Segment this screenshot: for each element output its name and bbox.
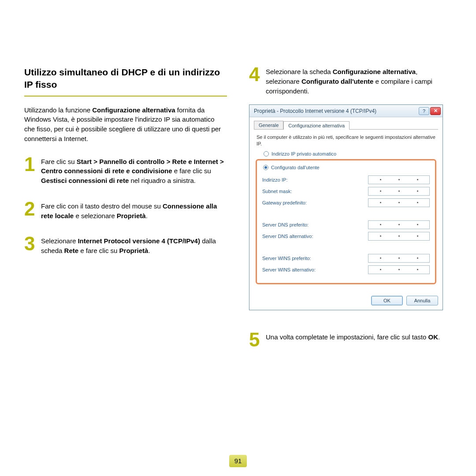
field-label: Subnet mask: <box>262 189 292 194</box>
text-bold: Proprietà <box>119 247 149 254</box>
field-gateway: Gateway predefinito: <box>262 198 430 207</box>
step-text: Selezionare Internet Protocol versione 4… <box>41 235 227 256</box>
field-ip: Indirizzo IP: <box>262 175 430 184</box>
cancel-button[interactable]: Annulla <box>406 296 438 305</box>
dialog-body: Generale Configurazione alternativa Se i… <box>249 117 443 293</box>
titlebar-buttons: ? ✕ <box>419 107 441 115</box>
field-label: Server DNS alternativo: <box>262 234 313 239</box>
radio-user-configured[interactable]: Configurato dall'utente <box>263 165 430 170</box>
text-bold: OK <box>428 333 439 341</box>
radio-auto-ip[interactable]: Indirizzo IP privato automatico <box>264 151 438 156</box>
dialog-description: Se il computer è utilizzato in più reti,… <box>257 134 435 147</box>
step-4: 4 Selezionare la scheda Configurazione a… <box>249 66 452 96</box>
field-label: Server WINS alternativo: <box>262 267 316 272</box>
step-number: 1 <box>24 156 37 172</box>
field-label: Server DNS preferito: <box>262 222 309 227</box>
ok-button[interactable]: OK <box>371 296 403 305</box>
text: . <box>148 247 150 254</box>
field-wins-alternate: Server WINS alternativo: <box>262 265 430 274</box>
dialog-footer: OK Annulla <box>249 293 443 310</box>
step-1: 1 Fare clic su Start > Pannello di contr… <box>24 156 227 186</box>
dialog-title: Proprietà - Protocollo Internet versione… <box>254 108 419 114</box>
dialog-titlebar: Proprietà - Protocollo Internet versione… <box>249 105 443 117</box>
text: nel riquadro a sinistra. <box>129 177 196 184</box>
ip-input[interactable] <box>368 254 430 263</box>
radio-label: Configurato dall'utente <box>271 165 320 170</box>
step-3: 3 Selezionare Internet Protocol versione… <box>24 235 227 256</box>
text: . <box>146 212 148 219</box>
text-bold: Proprietà <box>117 212 146 219</box>
field-label: Gateway predefinito: <box>262 200 307 205</box>
step-number: 2 <box>24 201 37 217</box>
ip-input[interactable] <box>368 187 430 196</box>
text: Fare clic su <box>41 158 77 165</box>
text: . <box>438 333 440 341</box>
text: Utilizzando la funzione <box>24 106 92 114</box>
text-bold: Rete <box>64 247 79 254</box>
text-bold: Configurazione alternativa <box>333 68 416 75</box>
radio-label: Indirizzo IP privato automatico <box>271 151 336 156</box>
tab-bar: Generale Configurazione alternativa <box>254 121 438 130</box>
text-bold: Internet Protocol versione 4 (TCP/IPv4) <box>78 237 200 245</box>
ip-input[interactable] <box>368 265 430 274</box>
step-2: 2 Fare clic con il tasto destro del mous… <box>24 201 227 221</box>
help-button[interactable]: ? <box>419 107 429 115</box>
field-wins-preferred: Server WINS preferito: <box>262 254 430 263</box>
page-content: Utilizzo simultaneo di DHCP e di un indi… <box>0 0 476 363</box>
field-dns-preferred: Server DNS preferito: <box>262 220 430 229</box>
ip-input[interactable] <box>368 220 430 229</box>
left-column: Utilizzo simultaneo di DHCP e di un indi… <box>24 66 227 363</box>
ip-input[interactable] <box>368 175 430 184</box>
field-label: Server WINS preferito: <box>262 256 311 261</box>
close-button[interactable]: ✕ <box>430 107 441 115</box>
page-number: 91 <box>229 455 247 467</box>
help-icon: ? <box>423 108 425 114</box>
step-5: 5 Una volta completate le impostazioni, … <box>249 331 452 348</box>
text-bold: Gestisci connessioni di rete <box>41 177 129 184</box>
close-icon: ✕ <box>434 108 438 114</box>
text: e fare clic su <box>172 167 211 175</box>
section-heading: Utilizzo simultaneo di DHCP e di un indi… <box>24 66 227 97</box>
ip-input[interactable] <box>368 232 430 241</box>
step-text: Selezionare la scheda Configurazione alt… <box>266 66 452 96</box>
intro-paragraph: Utilizzando la funzione Configurazione a… <box>24 105 227 144</box>
step-number: 4 <box>249 66 262 82</box>
ip-input[interactable] <box>368 198 430 207</box>
step-text: Fare clic con il tasto destro del mouse … <box>41 201 227 221</box>
text-bold: Configurato dall'utente <box>301 78 374 85</box>
text-bold: Configurazione alternativa <box>92 106 175 114</box>
step-number: 5 <box>249 331 262 348</box>
properties-dialog: Proprietà - Protocollo Internet versione… <box>249 104 443 310</box>
field-subnet-mask: Subnet mask: <box>262 187 430 196</box>
text: e selezionare <box>74 212 117 219</box>
step-number: 3 <box>24 235 37 252</box>
right-column: 4 Selezionare la scheda Configurazione a… <box>249 66 452 363</box>
radio-icon <box>263 165 268 170</box>
radio-icon <box>264 151 269 156</box>
field-label: Indirizzo IP: <box>262 177 287 182</box>
user-configured-group: Configurato dall'utente Indirizzo IP: Su… <box>256 159 436 284</box>
text: Fare clic con il tasto destro del mouse … <box>41 202 163 210</box>
field-dns-alternate: Server DNS alternativo: <box>262 232 430 241</box>
step-text: Una volta completate le impostazioni, fa… <box>266 331 440 342</box>
text: Una volta completate le impostazioni, fa… <box>266 333 428 341</box>
step-text: Fare clic su Start > Pannello di control… <box>41 156 227 186</box>
tab-general[interactable]: Generale <box>254 121 283 129</box>
text: e fare clic su <box>78 247 119 254</box>
text: Selezionare <box>41 237 78 245</box>
tab-alternate-config[interactable]: Configurazione alternativa <box>283 121 350 130</box>
text: Selezionare la scheda <box>266 68 333 75</box>
